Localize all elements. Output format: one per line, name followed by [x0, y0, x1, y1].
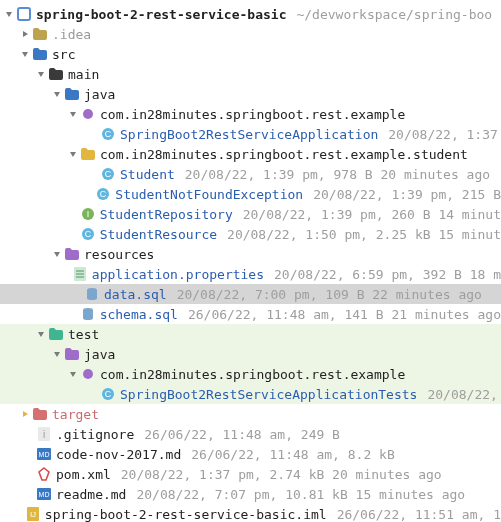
tree-item-label: com.in28minutes.springboot.rest.example — [100, 367, 405, 382]
chevron-down-icon[interactable] — [52, 250, 62, 258]
svg-text:C: C — [105, 129, 112, 139]
tree-row-java-main[interactable]: java — [0, 84, 501, 104]
tree-row-iml[interactable]: IJ spring-boot-2-rest-service-basic.iml … — [0, 504, 501, 522]
tree-item-label: target — [52, 407, 99, 422]
tree-item-label: com.in28minutes.springboot.rest.example.… — [100, 147, 468, 162]
tree-item-meta: 26/06/22, 11:48 am, 141 B 21 minutes ago — [188, 307, 501, 322]
svg-rect-0 — [18, 8, 30, 20]
tree-item-label: Student — [120, 167, 175, 182]
svg-point-18 — [87, 296, 97, 300]
tree-row-pom[interactable]: pom.xml 20/08/22, 1:37 pm, 2.74 kB 20 mi… — [0, 464, 501, 484]
tree-item-meta: 20/08/22, 6:59 pm, 392 B 18 m — [274, 267, 501, 282]
tree-item-label: spring-boot-2-rest-service-basic.iml — [45, 507, 327, 522]
excluded-folder-icon — [32, 406, 48, 422]
tree-row-java-test[interactable]: java — [0, 344, 501, 364]
tree-row-data-sql[interactable]: data.sql 20/08/22, 7:00 pm, 109 B 22 min… — [0, 284, 501, 304]
tree-item-label: test — [68, 327, 99, 342]
tree-item-label: SpringBoot2RestServiceApplication — [120, 127, 378, 142]
sql-file-icon — [84, 286, 100, 302]
tree-item-label: java — [84, 87, 115, 102]
tree-row-student-repo[interactable]: I StudentRepository 20/08/22, 1:39 pm, 2… — [0, 204, 501, 224]
tree-item-label: resources — [84, 247, 154, 262]
markdown-file-icon: MD — [36, 486, 52, 502]
tree-row-readme[interactable]: MD readme.md 20/08/22, 7:07 pm, 10.81 kB… — [0, 484, 501, 504]
test-folder-icon — [64, 346, 80, 362]
tree-item-meta: 20/08/22, 1:50 pm, 2.25 kB 15 minut — [227, 227, 501, 242]
source-folder-icon — [64, 86, 80, 102]
tree-item-label: StudentRepository — [100, 207, 233, 222]
svg-text:C: C — [105, 389, 112, 399]
tree-item-meta: 20/08/22, 1:39 pm, 215 B — [313, 187, 501, 202]
tree-row-idea[interactable]: .idea — [0, 24, 501, 44]
svg-text:I: I — [86, 209, 89, 219]
svg-point-22 — [83, 369, 93, 379]
tree-row-gitignore[interactable]: i .gitignore 26/06/22, 11:48 am, 249 B — [0, 424, 501, 444]
chevron-down-icon[interactable] — [36, 330, 46, 338]
tree-row-code-nov[interactable]: MD code-nov-2017.md 26/06/22, 11:48 am, … — [0, 444, 501, 464]
tree-row-root[interactable]: spring-boot-2-rest-service-basic ~/devwo… — [0, 4, 501, 24]
tree-row-main[interactable]: main — [0, 64, 501, 84]
tree-item-label: .gitignore — [56, 427, 134, 442]
project-tree[interactable]: spring-boot-2-rest-service-basic ~/devwo… — [0, 0, 501, 522]
project-name: spring-boot-2-rest-service-basic — [36, 7, 286, 22]
tree-row-student[interactable]: C Student 20/08/22, 1:39 pm, 978 B 20 mi… — [0, 164, 501, 184]
class-icon: C — [95, 186, 111, 202]
tree-item-label: code-nov-2017.md — [56, 447, 181, 462]
package-icon — [80, 366, 96, 382]
chevron-down-icon[interactable] — [68, 370, 78, 378]
gitignore-file-icon: i — [36, 426, 52, 442]
tree-row-target[interactable]: target — [0, 404, 501, 424]
tree-row-app-props[interactable]: application.properties 20/08/22, 6:59 pm… — [0, 264, 501, 284]
class-icon: C — [100, 126, 116, 142]
chevron-down-icon[interactable] — [68, 110, 78, 118]
tree-row-student-nfe[interactable]: C StudentNotFoundException 20/08/22, 1:3… — [0, 184, 501, 204]
tree-item-label: data.sql — [104, 287, 167, 302]
svg-text:IJ: IJ — [30, 510, 36, 519]
folder-icon — [48, 326, 64, 342]
tree-row-test[interactable]: test — [0, 324, 501, 344]
chevron-down-icon[interactable] — [52, 90, 62, 98]
chevron-down-icon[interactable] — [36, 70, 46, 78]
svg-point-21 — [83, 316, 93, 320]
tree-row-pkg-student[interactable]: com.in28minutes.springboot.rest.example.… — [0, 144, 501, 164]
tree-row-student-res[interactable]: C StudentResource 20/08/22, 1:50 pm, 2.2… — [0, 224, 501, 244]
sql-file-icon — [80, 306, 96, 322]
tree-row-schema-sql[interactable]: schema.sql 26/06/22, 11:48 am, 141 B 21 … — [0, 304, 501, 324]
chevron-right-icon[interactable] — [20, 30, 30, 38]
project-path: ~/devworkspace/spring-boo — [296, 7, 492, 22]
tree-item-label: main — [68, 67, 99, 82]
chevron-down-icon[interactable] — [52, 350, 62, 358]
svg-text:i: i — [43, 429, 45, 440]
tree-row-app-class[interactable]: C SpringBoot2RestServiceApplication 20/0… — [0, 124, 501, 144]
chevron-down-icon[interactable] — [68, 150, 78, 158]
package-icon — [80, 146, 96, 162]
tree-item-meta: 20/08/22, 1:37 — [388, 127, 498, 142]
markdown-file-icon: MD — [36, 446, 52, 462]
tree-row-pkg-example-test[interactable]: com.in28minutes.springboot.rest.example — [0, 364, 501, 384]
chevron-down-icon[interactable] — [20, 50, 30, 58]
tree-row-resources[interactable]: resources — [0, 244, 501, 264]
tree-row-pkg-example[interactable]: com.in28minutes.springboot.rest.example — [0, 104, 501, 124]
tree-item-label: readme.md — [56, 487, 126, 502]
tree-row-src[interactable]: src — [0, 44, 501, 64]
tree-item-label: src — [52, 47, 75, 62]
tree-item-label: StudentResource — [100, 227, 217, 242]
tree-item-label: application.properties — [92, 267, 264, 282]
tree-item-meta: 26/06/22, 11:48 am, 249 B — [144, 427, 340, 442]
class-icon: C — [100, 386, 116, 402]
chevron-right-icon[interactable] — [20, 410, 30, 418]
tree-item-meta: 20/08/22, 1:39 pm, 978 B 20 minutes ago — [185, 167, 490, 182]
tree-item-label: pom.xml — [56, 467, 111, 482]
interface-icon: I — [80, 206, 96, 222]
tree-item-meta: 26/06/22, 11:48 am, 8.2 kB — [191, 447, 395, 462]
tree-row-tests-class[interactable]: C SpringBoot2RestServiceApplicationTests… — [0, 384, 501, 404]
idea-module-file-icon: IJ — [25, 506, 41, 522]
folder-icon — [48, 66, 64, 82]
chevron-down-icon[interactable] — [4, 10, 14, 18]
maven-file-icon — [36, 466, 52, 482]
tree-item-label: java — [84, 347, 115, 362]
module-icon — [16, 6, 32, 22]
class-icon: C — [80, 226, 96, 242]
properties-file-icon — [72, 266, 88, 282]
tree-item-label: com.in28minutes.springboot.rest.example — [100, 107, 405, 122]
